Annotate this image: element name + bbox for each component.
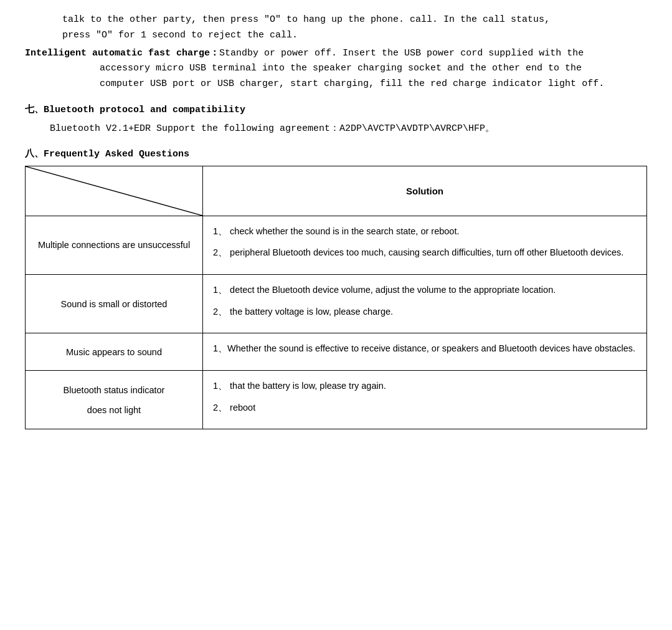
section8: 八、Frequently Asked Questions Solution Mu…: [25, 148, 647, 429]
section7-heading: 七、Bluetooth protocol and compatibility: [25, 103, 647, 115]
problem-cell-0: Multiple connections are unsuccessful: [26, 216, 203, 274]
problem-cell-2: Music appears to sound: [26, 333, 203, 371]
table-row: Music appears to sound1、Whether the soun…: [26, 333, 647, 371]
charge-text-3: computer USB port or USB charger, start …: [25, 77, 647, 92]
solution-cell-1: 1、 detect the Bluetooth device volume, a…: [203, 275, 647, 333]
svg-line-0: [26, 166, 202, 216]
solution-item: 1、Whether the sound is effective to rece…: [213, 341, 637, 356]
charge-text-1: Standby or power off. Insert the USB pow…: [219, 48, 584, 59]
charge-text-2: accessory micro USB terminal into the sp…: [25, 61, 647, 77]
solution-column-header: Solution: [203, 166, 647, 216]
solution-item: 1、 that the battery is low, please try a…: [213, 378, 637, 394]
faq-table: Solution Multiple connections are unsucc…: [25, 166, 647, 429]
solution-item: 2、 reboot: [213, 400, 637, 416]
solution-cell-3: 1、 that the battery is low, please try a…: [203, 370, 647, 429]
charge-label: Intelligent automatic fast charge：: [25, 48, 219, 59]
solution-item: 2、 the battery voltage is low, please ch…: [213, 304, 637, 320]
solution-cell-0: 1、 check whether the sound is in the sea…: [203, 216, 647, 274]
charge-block: Intelligent automatic fast charge：Standb…: [25, 46, 647, 92]
table-row: Sound is small or distorted1、 detect the…: [26, 275, 647, 333]
table-row: Bluetooth status indicatordoes not light…: [26, 370, 647, 429]
section7-content: Bluetooth V2.1+EDR Support the following…: [25, 122, 647, 136]
table-header-row: Solution: [26, 166, 647, 216]
section7: 七、Bluetooth protocol and compatibility B…: [25, 103, 647, 136]
solution-item: 1、 detect the Bluetooth device volume, a…: [213, 282, 637, 298]
faq-table-body: Multiple connections are unsuccessful1、 …: [26, 216, 647, 429]
call-line-2: press ″O″ for 1 second to reject the cal…: [25, 28, 647, 44]
diagonal-header-cell: [26, 166, 203, 216]
problem-cell-1: Sound is small or distorted: [26, 275, 203, 333]
solution-item: 2、 peripheral Bluetooth devices too much…: [213, 245, 637, 260]
intro-section: talk to the other party, then press ″O″ …: [25, 12, 647, 92]
solution-item: 1、 check whether the sound is in the sea…: [213, 224, 637, 239]
section8-heading: 八、Frequently Asked Questions: [25, 148, 647, 160]
call-line-1: talk to the other party, then press ″O″ …: [25, 12, 647, 28]
problem-cell-3: Bluetooth status indicatordoes not light: [26, 370, 203, 429]
solution-cell-2: 1、Whether the sound is effective to rece…: [203, 333, 647, 371]
table-row: Multiple connections are unsuccessful1、 …: [26, 216, 647, 274]
diagonal-icon: [26, 166, 202, 216]
